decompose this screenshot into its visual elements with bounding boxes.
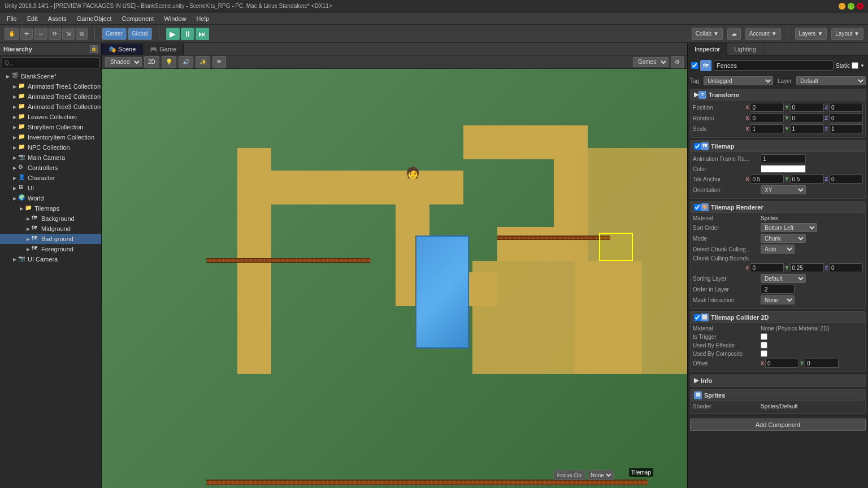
hierarchy-item-badground[interactable]: ▶ 🗺 Bad ground	[0, 234, 101, 244]
collider-checkbox[interactable]	[694, 314, 701, 321]
static-checkbox[interactable]	[852, 62, 858, 69]
transform-header[interactable]: ▶ T Transform	[691, 89, 865, 101]
anchor-z-input[interactable]	[829, 175, 863, 184]
scene-gizmos-button[interactable]: ⚙	[671, 56, 684, 68]
focus-none-select[interactable]: None	[588, 470, 614, 480]
rot-z-input[interactable]	[829, 114, 863, 123]
object-name-input[interactable]	[714, 60, 834, 71]
hierarchy-item-storyitemcollection[interactable]: ▶ 📁 StoryItem Collection	[0, 122, 101, 132]
rect-tool[interactable]: ⇲	[62, 28, 75, 40]
is-trigger-checkbox[interactable]	[761, 333, 767, 340]
scene-hide-button[interactable]: 👁	[212, 56, 226, 68]
scene-audio-button[interactable]: 🔊	[179, 56, 193, 68]
center-button[interactable]: Center	[102, 28, 127, 40]
chunk-z-input[interactable]	[829, 263, 863, 272]
pos-y-input[interactable]	[790, 103, 824, 112]
rot-x-input[interactable]	[750, 114, 784, 123]
hierarchy-item-leavescollection[interactable]: ▶ 📁 Leaves Collection	[0, 112, 101, 122]
rotate-tool[interactable]: ↔	[34, 28, 47, 40]
hierarchy-item-world[interactable]: ▶ 🌍 World	[0, 193, 101, 203]
sorting-layer-dropdown[interactable]: Default	[761, 274, 806, 283]
object-active-checkbox[interactable]	[691, 62, 698, 69]
anchor-y-input[interactable]	[790, 175, 824, 184]
hierarchy-item-background[interactable]: ▶ 🗺 Background	[0, 213, 101, 224]
mode-dropdown[interactable]: Chunk	[761, 234, 806, 243]
hierarchy-item-animatedtree3collection[interactable]: ▶ 📁 Animated Tree3 Collection	[0, 102, 101, 112]
scale-y-input[interactable]	[790, 124, 824, 133]
tilemap-enable-checkbox[interactable]	[694, 143, 701, 150]
menu-item-assets[interactable]: Assets	[44, 14, 71, 23]
color-swatch[interactable]	[761, 165, 806, 173]
tilemap-renderer-header[interactable]: 🎨 Tilemap Renderer	[691, 202, 865, 213]
menu-item-edit[interactable]: Edit	[23, 14, 42, 23]
tab-game[interactable]: 🎮 Game	[143, 43, 184, 55]
2d-button[interactable]: 2D	[144, 56, 159, 68]
used-by-composite-checkbox[interactable]	[761, 350, 767, 357]
add-component-button[interactable]: Add Component	[690, 419, 866, 431]
tab-lighting[interactable]: Lighting	[727, 43, 763, 55]
tag-dropdown[interactable]: Untagged	[704, 76, 773, 85]
close-button[interactable]: ✕	[857, 3, 863, 10]
order-in-layer-input[interactable]	[761, 285, 795, 294]
scale-z-input[interactable]	[829, 124, 863, 133]
transform-tool[interactable]: ⧉	[76, 28, 88, 40]
anim-frame-input[interactable]	[761, 154, 806, 163]
hierarchy-item-animatedtree1collection[interactable]: ▶ 📁 Animated Tree1 Collection	[0, 81, 101, 91]
chunk-x-input[interactable]	[750, 263, 784, 272]
menu-item-component[interactable]: Component	[117, 14, 158, 23]
layout-button[interactable]: Layout ▼	[831, 28, 863, 40]
hierarchy-item-controllers[interactable]: ▶ ⚙ Controllers	[0, 163, 101, 173]
hand-tool[interactable]: ✋	[5, 28, 19, 40]
info-header[interactable]: ▶ Info	[691, 375, 865, 386]
pos-z-input[interactable]	[829, 103, 863, 112]
account-button[interactable]: Account ▼	[745, 28, 781, 40]
global-button[interactable]: Global	[128, 28, 152, 40]
hierarchy-item-ui[interactable]: ▶ 🖥 UI	[0, 183, 101, 193]
minimize-button[interactable]: ─	[839, 3, 845, 10]
cloud-button[interactable]: ☁	[727, 28, 741, 40]
scale-tool[interactable]: ⟳	[49, 28, 61, 40]
pos-x-input[interactable]	[750, 103, 784, 112]
hierarchy-item-character[interactable]: ▶ 👤 Character	[0, 173, 101, 183]
scale-x-input[interactable]	[750, 124, 784, 133]
anchor-x-input[interactable]	[750, 175, 784, 184]
move-tool[interactable]: ✛	[20, 28, 33, 40]
hierarchy-item-midground[interactable]: ▶ 🗺 Midground	[0, 224, 101, 234]
scene-lighting-button[interactable]: 💡	[162, 56, 176, 68]
tilemap-renderer-checkbox[interactable]	[694, 204, 701, 211]
shading-dropdown[interactable]: Shaded	[105, 57, 142, 67]
menu-item-window[interactable]: Window	[159, 14, 190, 23]
hierarchy-item-blankscene*[interactable]: ▶ 🎬 BlankScene*	[0, 71, 101, 81]
focus-on-button[interactable]: Focus On	[553, 470, 585, 480]
pause-button[interactable]: ⏸	[181, 28, 194, 40]
hierarchy-search[interactable]	[2, 57, 99, 68]
menu-item-gameobject[interactable]: GameObject	[72, 14, 116, 23]
used-by-effector-checkbox[interactable]	[761, 342, 767, 348]
chunk-y-input[interactable]	[790, 263, 824, 272]
hierarchy-item-uicamera[interactable]: ▶ 📷 UI Camera	[0, 254, 101, 264]
menu-item-help[interactable]: Help	[192, 14, 214, 23]
sort-order-dropdown[interactable]: Bottom Left	[761, 223, 817, 232]
tab-scene[interactable]: 🎭 Scene	[102, 43, 143, 55]
rot-y-input[interactable]	[790, 114, 824, 123]
game-view-dropdown[interactable]: Games	[633, 57, 669, 67]
layer-dropdown[interactable]: Default	[796, 76, 866, 85]
hierarchy-item-foreground[interactable]: ▶ 🗺 Foreground	[0, 244, 101, 254]
step-button[interactable]: ⏭	[196, 28, 209, 40]
orientation-dropdown[interactable]: XY	[761, 185, 806, 194]
detect-culling-dropdown[interactable]: Auto	[761, 245, 795, 254]
layers-button[interactable]: Layers ▼	[795, 28, 827, 40]
tilemap-header[interactable]: 🗺 Tilemap	[691, 141, 865, 152]
hierarchy-item-tilemaps[interactable]: ▶ 📁 Tilemaps	[0, 203, 101, 213]
mask-interaction-dropdown[interactable]: None	[761, 295, 795, 304]
tab-inspector[interactable]: Inspector	[688, 43, 727, 55]
hierarchy-lock-button[interactable]: 🔒	[90, 45, 98, 53]
collider-header[interactable]: ⬜ Tilemap Collider 2D	[691, 312, 865, 323]
hierarchy-item-animatedtree2collection[interactable]: ▶ 📁 Animated Tree2 Collection	[0, 91, 101, 102]
play-button[interactable]: ▶	[166, 28, 180, 40]
scene-view[interactable]: 🧑 Tilemap Focus On None	[102, 69, 687, 488]
maximize-button[interactable]: □	[848, 3, 854, 10]
scene-effects-button[interactable]: ✨	[196, 56, 210, 68]
offset-y-input[interactable]	[805, 359, 839, 368]
sprites-header[interactable]: 🖼 Sprites	[691, 390, 865, 401]
